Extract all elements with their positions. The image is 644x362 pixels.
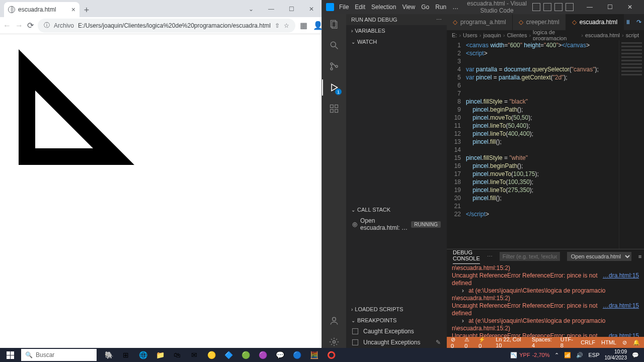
extensions-icon[interactable]: ▦: [299, 21, 308, 30]
menu-file[interactable]: File: [336, 2, 352, 12]
editor-tab[interactable]: ◇creeper.html: [513, 14, 566, 30]
url-field[interactable]: ⓘ Archivo E:/Users/joaquin/Clientes/logi…: [38, 19, 295, 33]
layout-icons[interactable]: [532, 3, 574, 11]
menu-view[interactable]: View: [399, 2, 418, 12]
menu-selection[interactable]: Selection: [368, 2, 399, 12]
calculator-icon[interactable]: 🧮: [306, 348, 322, 362]
bell-icon[interactable]: 🔔: [633, 339, 640, 346]
code-editor[interactable]: 12345678910111213141516171819202122 <can…: [447, 40, 644, 249]
maximize-button[interactable]: ☐: [600, 0, 620, 14]
more-icon[interactable]: ⋯: [436, 17, 442, 23]
checkbox[interactable]: [352, 339, 358, 345]
minimap[interactable]: [619, 40, 644, 249]
task-view-icon[interactable]: ⊞: [118, 348, 134, 362]
chevron-up-icon[interactable]: ⌃: [554, 352, 559, 358]
filter-input[interactable]: [500, 252, 560, 261]
source-control-icon[interactable]: [328, 60, 340, 72]
warnings-count[interactable]: ⚠ 0: [464, 336, 473, 349]
svg-point-14: [333, 317, 336, 321]
vscode-taskbar-icon[interactable]: 🔵: [289, 348, 305, 362]
extensions-icon[interactable]: [328, 103, 340, 115]
editor-tab[interactable]: ◇escuadra.html: [566, 14, 624, 30]
notifications-icon[interactable]: 💬: [632, 352, 639, 358]
account-icon[interactable]: [328, 315, 340, 327]
menu-run[interactable]: Run: [432, 2, 449, 12]
maximize-button[interactable]: ☐: [281, 1, 301, 17]
settings-gear-icon[interactable]: [328, 336, 340, 348]
vscode-logo-icon: [326, 3, 334, 11]
section-breakpoints[interactable]: ⌄BREAKPOINTS: [346, 315, 447, 326]
port-count[interactable]: ⚡ 0: [478, 336, 490, 349]
indent[interactable]: Spaces: 4: [532, 336, 554, 348]
close-button[interactable]: ✕: [301, 1, 321, 17]
tab-strip: escuadra.html × + ⌄ — ☐ ✕: [0, 0, 321, 17]
bookmark-icon[interactable]: ☆: [284, 22, 289, 29]
store-icon[interactable]: 🛍: [169, 348, 185, 362]
checkbox[interactable]: [352, 328, 358, 334]
chrome-icon[interactable]: 🟡: [203, 348, 219, 362]
debug-panel: DEBUG CONSOLE ⋯ Open escuadra.html ≡ ⊘ ⌃…: [447, 249, 644, 337]
app-icon[interactable]: 🔷: [220, 348, 236, 362]
explorer-icon[interactable]: [328, 18, 340, 30]
wifi-icon[interactable]: 📶: [564, 352, 571, 358]
language-indicator[interactable]: ESP: [588, 352, 599, 358]
cursor-pos[interactable]: Ln 22, Col 10: [496, 336, 526, 348]
callstack-item[interactable]: ◎ Open escuadra.html: … RUNNING: [346, 215, 447, 233]
mail-icon[interactable]: ✉: [186, 348, 202, 362]
forward-button[interactable]: →: [15, 21, 23, 30]
breadcrumb[interactable]: E: › Users › joaquin › Clientes › logica…: [447, 30, 644, 40]
explorer-icon[interactable]: 📁: [152, 348, 168, 362]
clock[interactable]: 10:0910/4/2023: [605, 349, 627, 361]
errors-count[interactable]: ⊘ 0: [451, 336, 459, 349]
new-tab-button[interactable]: +: [79, 3, 94, 17]
code-content[interactable]: <canvas width="600" height="400"></canva…: [466, 40, 619, 249]
section-loaded[interactable]: ›LOADED SCRIPTS: [346, 304, 447, 315]
edge-icon[interactable]: 🌐: [135, 348, 151, 362]
bp-uncaught[interactable]: Uncaught Exceptions✎: [346, 337, 447, 348]
section-callstack[interactable]: ⌄CALL STACK: [346, 204, 447, 215]
stock-widget[interactable]: 📉 YPF -2,70%: [510, 352, 549, 358]
activity-bar: 1: [322, 14, 346, 348]
app-icon[interactable]: 🟣: [255, 348, 271, 362]
launch-select[interactable]: Open escuadra.html: [567, 252, 631, 261]
pause-icon[interactable]: ⏸: [624, 18, 632, 26]
edit-icon[interactable]: ✎: [436, 339, 441, 346]
share-icon[interactable]: ⇧: [275, 22, 280, 29]
minimize-button[interactable]: —: [261, 1, 281, 17]
menu-…[interactable]: …: [449, 2, 461, 12]
eol[interactable]: CRLF: [581, 339, 595, 345]
menu-edit[interactable]: Edit: [352, 2, 368, 12]
volume-icon[interactable]: 🔊: [576, 352, 583, 358]
windows-taskbar: 🔍Buscar 🐘 ⊞ 🌐 📁 🛍 ✉ 🟡 🔷 🟢 🟣 💬 🔵 🧮 ⭕ 📉 YP…: [0, 348, 644, 362]
reload-button[interactable]: ⟳: [27, 21, 34, 30]
whatsapp-icon[interactable]: 💬: [272, 348, 288, 362]
search-icon[interactable]: [328, 39, 340, 51]
editor-tab[interactable]: ◇programa_a.html: [447, 14, 513, 30]
section-variables[interactable]: ›VARIABLES: [346, 25, 447, 36]
chevron-down-icon[interactable]: ⌄: [241, 1, 261, 17]
lines-icon[interactable]: ≡: [638, 253, 641, 259]
encoding[interactable]: UTF-8: [560, 336, 575, 348]
bp-caught[interactable]: Caught Exceptions: [346, 326, 447, 337]
back-button[interactable]: ←: [3, 21, 11, 30]
browser-tab[interactable]: escuadra.html ×: [4, 2, 79, 17]
minimize-button[interactable]: —: [580, 0, 600, 14]
chrome-taskbar-icon[interactable]: ⭕: [323, 348, 339, 362]
section-watch[interactable]: ⌄WATCH: [346, 36, 447, 47]
start-button[interactable]: [0, 348, 20, 362]
console-output[interactable]: n\escuadra.html:15:2)…dra.html:15Uncaugh…: [447, 263, 644, 337]
prettier[interactable]: ⊘: [622, 339, 627, 346]
step-over-icon[interactable]: ↷: [635, 18, 643, 26]
vscode-window: FileEditSelectionViewGoRun… escuadra.htm…: [322, 0, 644, 348]
spotify-icon[interactable]: 🟢: [237, 348, 254, 362]
close-tab-icon[interactable]: ×: [71, 6, 75, 14]
run-debug-icon[interactable]: 1: [328, 81, 340, 94]
menu-go[interactable]: Go: [418, 2, 432, 12]
language[interactable]: HTML: [601, 339, 616, 345]
tab-debug-console[interactable]: DEBUG CONSOLE: [453, 249, 480, 264]
taskbar-search[interactable]: 🔍Buscar: [21, 349, 97, 361]
weather-widget[interactable]: 🐘: [101, 348, 117, 362]
more-icon[interactable]: ⋯: [487, 253, 493, 260]
profile-icon[interactable]: 👤: [313, 21, 323, 30]
close-button[interactable]: ✕: [620, 0, 640, 14]
